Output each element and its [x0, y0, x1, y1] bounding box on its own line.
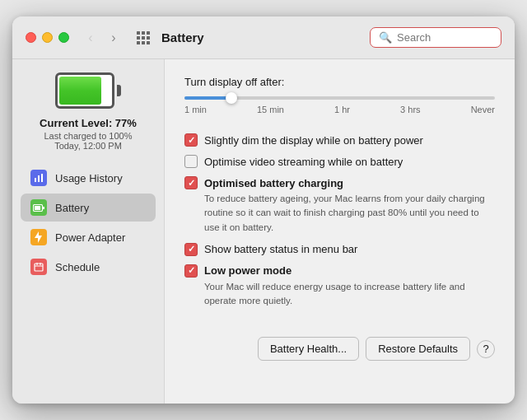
desc-optimised-charging: To reduce battery ageing, your Mac learn… — [204, 192, 495, 235]
slider-labels: 1 min 15 min 1 hr 3 hrs Never — [184, 105, 495, 114]
sidebar-label-power-adapter: Power Adapter — [55, 231, 125, 244]
chart-icon — [30, 170, 47, 186]
svg-rect-1 — [38, 175, 40, 182]
desc-low-power: Your Mac will reduce energy usage to inc… — [204, 280, 495, 309]
option-optimised-charging: Optimised battery charging To reduce bat… — [184, 172, 495, 239]
slider-thumb[interactable] — [226, 92, 237, 104]
sidebar: Current Level: 77% Last charged to 100% … — [12, 59, 165, 404]
svg-rect-7 — [35, 264, 43, 271]
search-icon: 🔍 — [379, 31, 392, 44]
sidebar-item-power-adapter[interactable]: Power Adapter — [21, 223, 156, 251]
search-box[interactable]: 🔍 — [370, 27, 501, 48]
slider-filled — [184, 96, 231, 100]
slider-section: Turn display off after: 1 min 15 min 1 h… — [184, 76, 495, 114]
battery-info: Current Level: 77% Last charged to 100% … — [40, 117, 137, 151]
maximize-button[interactable] — [58, 32, 69, 43]
option-dim-display: Slightly dim the display while on batter… — [184, 129, 495, 151]
nav-buttons: ‹ › — [81, 28, 124, 48]
svg-rect-2 — [41, 174, 43, 182]
battery-time: Today, 12:00 PM — [40, 141, 137, 151]
battery-level: Current Level: 77% — [40, 117, 137, 129]
label-optimised-charging: Optimised battery charging — [204, 177, 343, 189]
slider-mark-4: Never — [471, 105, 495, 114]
main-panel: Turn display off after: 1 min 15 min 1 h… — [165, 59, 515, 404]
battery-body — [55, 72, 114, 109]
sidebar-item-usage-history[interactable]: Usage History — [21, 164, 156, 192]
bolt-icon — [30, 229, 47, 245]
svg-rect-4 — [35, 206, 40, 210]
option-low-power: Low power mode Your Mac will reduce ener… — [184, 260, 495, 313]
label-dim-display: Slightly dim the display while on batter… — [204, 134, 423, 147]
battery-charged: Last charged to 100% — [40, 131, 137, 141]
slider-mark-0: 1 min — [184, 105, 207, 114]
main-content: Current Level: 77% Last charged to 100% … — [12, 59, 515, 404]
restore-defaults-button[interactable]: Restore Defaults — [366, 337, 470, 361]
option-row-low-power: Low power mode — [184, 264, 495, 278]
close-button[interactable] — [26, 32, 36, 43]
sidebar-label-schedule: Schedule — [55, 261, 100, 273]
battery-sidebar-icon — [30, 199, 47, 216]
slider-mark-2: 1 hr — [334, 105, 350, 114]
option-row-dim-display: Slightly dim the display while on batter… — [184, 133, 495, 147]
option-row-menu-bar: Show battery status in menu bar — [184, 243, 495, 256]
options-list: Slightly dim the display while on batter… — [184, 129, 495, 312]
battery-health-button[interactable]: Battery Health... — [258, 337, 359, 361]
svg-marker-6 — [35, 231, 42, 243]
system-preferences-window: ‹ › Battery 🔍 — [12, 16, 515, 404]
slider-mark-1: 15 min — [257, 105, 284, 114]
slider-track[interactable] — [184, 96, 495, 100]
label-low-power: Low power mode — [204, 264, 291, 277]
checkbox-dim-display[interactable] — [184, 133, 198, 147]
traffic-lights — [26, 32, 69, 43]
checkbox-menu-bar[interactable] — [184, 243, 198, 256]
calendar-icon — [30, 259, 47, 275]
option-row-video-streaming: Optimise video streaming while on batter… — [184, 155, 495, 168]
sidebar-nav: Usage History Battery — [21, 164, 156, 281]
label-menu-bar: Show battery status in menu bar — [204, 243, 357, 255]
checkbox-video-streaming[interactable] — [184, 155, 198, 168]
minimize-button[interactable] — [42, 32, 53, 43]
window-title: Battery — [161, 30, 204, 44]
svg-rect-0 — [35, 178, 36, 182]
option-video-streaming: Optimise video streaming while on batter… — [184, 151, 495, 172]
titlebar: ‹ › Battery 🔍 — [12, 16, 515, 59]
sidebar-label-usage-history: Usage History — [55, 172, 123, 184]
grid-icon[interactable] — [133, 28, 153, 48]
sidebar-item-battery[interactable]: Battery — [21, 194, 156, 222]
checkbox-optimised-charging[interactable] — [184, 176, 198, 189]
sidebar-label-battery: Battery — [55, 202, 89, 214]
slider-mark-3: 3 hrs — [400, 105, 420, 114]
search-input[interactable] — [397, 31, 492, 44]
option-menu-bar: Show battery status in menu bar — [184, 239, 495, 260]
option-row-optimised-charging: Optimised battery charging — [184, 176, 495, 189]
back-button[interactable]: ‹ — [81, 28, 100, 48]
help-button[interactable]: ? — [477, 340, 495, 358]
sidebar-item-schedule[interactable]: Schedule — [21, 253, 156, 281]
slider-title: Turn display off after: — [184, 76, 495, 88]
battery-fill — [59, 77, 101, 105]
forward-button[interactable]: › — [104, 28, 124, 48]
battery-illustration — [55, 72, 121, 109]
label-video-streaming: Optimise video streaming while on batter… — [204, 156, 403, 168]
svg-rect-5 — [43, 207, 44, 209]
battery-terminal — [117, 85, 121, 96]
checkbox-low-power[interactable] — [184, 264, 198, 278]
panel-footer: Battery Health... Restore Defaults ? — [184, 329, 495, 361]
